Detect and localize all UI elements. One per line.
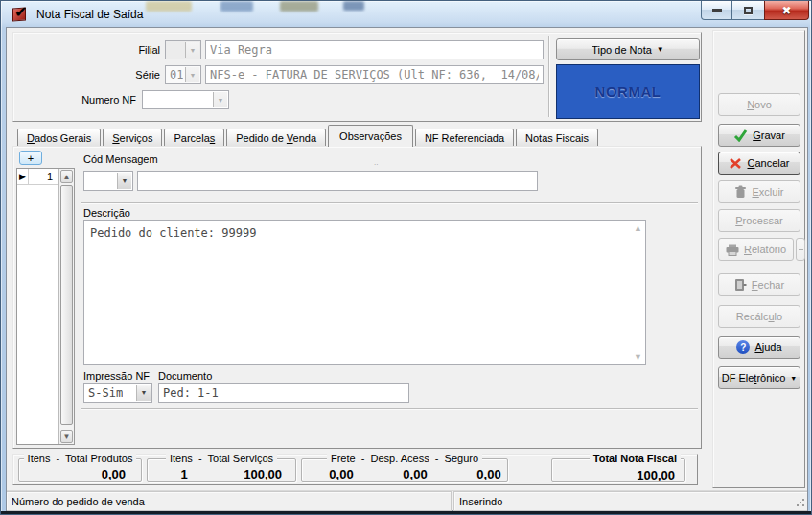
cancelar-label: Cancelar	[747, 157, 789, 169]
impressao-nf-combo[interactable]: S-Sim ▼	[83, 383, 152, 403]
filial-dropdown-icon: ▼	[185, 42, 199, 58]
recalculo-button: Recálculo	[718, 305, 800, 328]
add-row-label: +	[28, 152, 34, 164]
grid-scrollbar[interactable]: ▲ ▼	[58, 169, 74, 444]
descricao-text: Pedido do cliente: 99999	[90, 226, 256, 240]
tab-pedido-de-venda[interactable]: Pedido de Venda	[226, 129, 326, 147]
tab-label: Observações	[339, 130, 402, 142]
separator-line	[81, 202, 698, 204]
relatorio-split-button	[796, 238, 805, 261]
close-button[interactable]: ✖	[764, 1, 809, 20]
gravar-button[interactable]: Gravar	[718, 124, 800, 147]
stray-pixels: ..	[374, 158, 378, 167]
ajuda-label: Ajuda	[754, 341, 781, 353]
recalculo-label: Recálculo	[736, 311, 782, 322]
client-area: Filial 1 ▼ Via Regra Série 01 ▼ NFS-e - …	[7, 28, 807, 510]
status-bar: Número do pedido de venda Inserindo	[7, 490, 807, 510]
descricao-label: Descrição	[83, 207, 130, 219]
status-panel-left: Número do pedido de venda	[7, 491, 452, 511]
tab-label: NF Referenciada	[425, 132, 504, 144]
grid-scroll-up-icon[interactable]: ▲	[60, 170, 73, 183]
serie-code-combo: 01 ▼	[165, 65, 201, 84]
cancelar-button[interactable]: Cancelar	[718, 152, 800, 175]
filial-name-field: Via Regra	[205, 40, 544, 59]
totals-total-group: Total Nota Fiscal 100,00	[551, 458, 685, 482]
df-eletronico-dropdown-icon: ▼	[790, 375, 797, 382]
tab-page-observacoes: + ▶ 1 ▲ ▼ Cód Mensagem ▼	[12, 146, 702, 449]
descricao-textarea[interactable]: Pedido do cliente: 99999 ▲ ▼	[83, 220, 646, 365]
cod-mensagem-label: Cód Mensagem	[83, 153, 158, 165]
header-panel: Filial 1 ▼ Via Regra Série 01 ▼ NFS-e - …	[12, 32, 702, 122]
processar-label: Processar	[735, 215, 783, 226]
tab-label: Serviços	[112, 132, 152, 144]
gravar-label: Gravar	[753, 129, 785, 141]
impressao-nf-label: Impressão NF	[83, 370, 150, 382]
numero-nf-label: Numero NF	[13, 94, 136, 105]
tab-label: Pedido de Venda	[236, 132, 316, 144]
ajuda-button[interactable]: ? Ajuda	[718, 336, 800, 359]
documento-value: Ped: 1-1	[163, 386, 219, 400]
tab-nf-referenciada[interactable]: NF Referenciada	[415, 129, 514, 147]
impressao-nf-value: S-Sim	[88, 386, 123, 400]
documento-field[interactable]: Ped: 1-1	[158, 383, 409, 403]
titlebar-artifact	[280, 1, 318, 12]
excluir-label: Excluir	[752, 186, 783, 198]
grid-row[interactable]: ▶ 1	[17, 169, 58, 185]
maximize-button[interactable]	[732, 1, 764, 20]
descricao-scroll-down-icon[interactable]: ▼	[634, 352, 642, 362]
app-icon[interactable]: ✔	[12, 6, 30, 23]
serie-desc-value: NFS-e - FATURA DE SERVIÇOS (Ult NF: 636,…	[210, 68, 539, 82]
serie-label: Série	[13, 69, 160, 81]
tab-parcelas[interactable]: Parcelas	[164, 129, 224, 147]
totals-produtos-caption: Itens - Total Produtos	[24, 453, 137, 464]
tab-observacoes[interactable]: Observações	[328, 125, 413, 147]
tab-notas-fiscais[interactable]: Notas Fiscais	[516, 129, 598, 147]
app-icon-check: ✔	[14, 3, 27, 21]
totals-panel: Itens - Total Produtos 0,00 Itens - Tota…	[12, 454, 698, 485]
totals-desp-acess-valor: 0,00	[391, 467, 439, 481]
cod-mensagem-dropdown-icon[interactable]: ▼	[117, 173, 131, 189]
record-grid: ▶ 1 ▲ ▼	[16, 168, 75, 445]
tab-label: Parcelas	[174, 132, 215, 144]
totals-outros-caption: Frete - Desp. Acess - Seguro	[327, 453, 482, 464]
serie-dropdown-icon: ▼	[185, 67, 199, 82]
tipo-nota-value: NORMAL	[595, 83, 661, 100]
grid-scroll-thumb[interactable]	[60, 185, 73, 425]
numero-nf-dropdown-icon: ▼	[213, 92, 227, 107]
impressao-nf-dropdown-icon[interactable]: ▼	[136, 385, 151, 401]
mensagem-field[interactable]	[137, 171, 538, 191]
add-row-button[interactable]: +	[19, 151, 42, 165]
app-window: ✔ Nota Fiscal de Saída ✖ Filial 1 ▼ Via	[0, 0, 812, 515]
tab-servicos[interactable]: Serviços	[103, 129, 162, 147]
df-eletronico-button[interactable]: DF Eletrônico ▼	[718, 366, 800, 389]
df-eletronico-label: DF Eletrônico	[722, 372, 786, 384]
exit-door-icon	[734, 278, 747, 292]
totals-total-valor: 100,00	[637, 468, 675, 482]
excluir-button: Excluir	[718, 180, 800, 203]
tipo-de-nota-button[interactable]: Tipo de Nota ▼	[556, 38, 700, 60]
minimize-button[interactable]	[701, 1, 732, 20]
relatorio-label: Relatório	[744, 244, 786, 255]
fechar-label: Fechar	[752, 279, 784, 291]
titlebar-artifact	[220, 1, 253, 12]
window-controls: ✖	[701, 1, 809, 20]
window-title: Nota Fiscal de Saída	[36, 8, 143, 21]
relatorio-split-icon	[799, 249, 803, 250]
header-separator	[548, 36, 550, 117]
titlebar[interactable]: ✔ Nota Fiscal de Saída ✖	[2, 1, 810, 27]
totals-produtos-group: Itens - Total Produtos 0,00	[18, 458, 142, 482]
tab-dados-gerais[interactable]: Dados Gerais	[17, 129, 101, 147]
totals-servicos-group: Itens - Total Serviços 1 100,00	[147, 458, 296, 482]
serie-code-value: 01	[170, 68, 183, 82]
totals-servicos-valor: 100,00	[244, 467, 282, 481]
descricao-scroll-up-icon[interactable]: ▲	[634, 223, 642, 233]
grid-scroll-down-icon[interactable]: ▼	[60, 430, 73, 443]
cod-mensagem-combo[interactable]: ▼	[83, 171, 133, 191]
titlebar-artifact	[146, 1, 192, 12]
totals-produtos-valor: 0,00	[102, 467, 126, 481]
grid-row-number: 1	[29, 171, 58, 182]
totals-frete-valor: 0,00	[317, 467, 365, 481]
novo-label: Novo	[747, 99, 772, 110]
trash-icon	[734, 185, 747, 199]
resize-grip[interactable]	[796, 498, 805, 507]
